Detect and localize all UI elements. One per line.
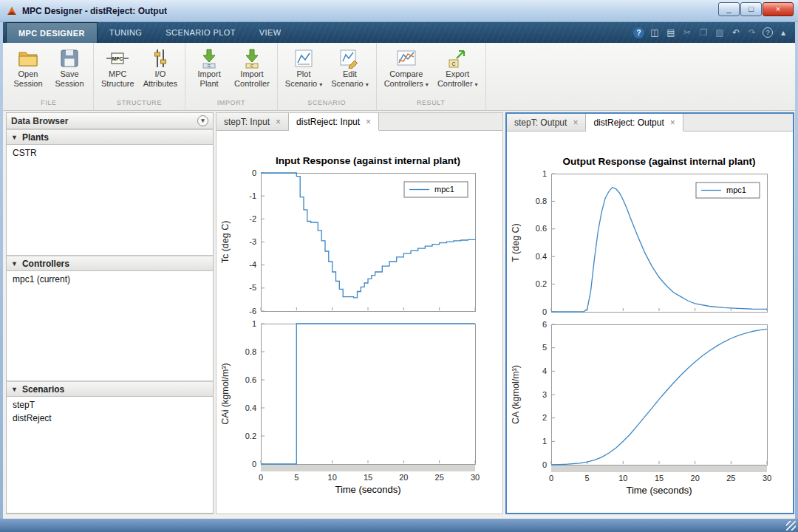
tab-distReject-input[interactable]: distReject: Input × bbox=[289, 113, 379, 131]
svg-text:T (deg C): T (deg C) bbox=[511, 223, 521, 262]
scenarios-section-header[interactable]: ▼ Scenarios bbox=[7, 381, 213, 397]
controllers-section-header[interactable]: ▼ Controllers bbox=[7, 256, 213, 271]
tab-stepT-output[interactable]: stepT: Output × bbox=[507, 114, 586, 131]
svg-text:Input Response (against intern: Input Response (against internal plant) bbox=[276, 155, 460, 166]
svg-text:20: 20 bbox=[399, 473, 408, 482]
list-item-stepT[interactable]: stepT bbox=[7, 398, 213, 412]
help-icon[interactable]: ? bbox=[763, 27, 773, 38]
svg-text:C: C bbox=[452, 61, 456, 66]
list-item-distReject[interactable]: distReject bbox=[7, 412, 213, 425]
svg-text:CA (kgmol/m³): CA (kgmol/m³) bbox=[511, 365, 521, 424]
svg-text:0.8: 0.8 bbox=[245, 347, 256, 356]
svg-text:0.2: 0.2 bbox=[245, 432, 256, 440]
svg-text:mpc1: mpc1 bbox=[434, 185, 454, 194]
tab-distReject-output[interactable]: distReject: Output × bbox=[586, 114, 683, 132]
open-session-button[interactable]: Open Session bbox=[8, 45, 48, 99]
save-icon[interactable]: ▤ bbox=[665, 27, 677, 38]
dropdown-arrow-icon: ▾ bbox=[475, 81, 478, 88]
output-doc-panel: stepT: Output × distReject: Output × Out… bbox=[505, 112, 794, 514]
svg-text:C: C bbox=[250, 64, 253, 68]
svg-text:15: 15 bbox=[655, 474, 664, 482]
ribbon-group-file: Open Session Save Session FILE bbox=[4, 43, 94, 110]
redo-icon[interactable]: ↷ bbox=[746, 27, 758, 38]
svg-text:10: 10 bbox=[618, 474, 627, 482]
svg-text:10: 10 bbox=[328, 473, 337, 482]
ribbon-tab-view[interactable]: VIEW bbox=[248, 22, 293, 43]
app-body: MPC DESIGNER TUNING SCENARIO PLOT VIEW ?… bbox=[3, 22, 795, 519]
data-browser-header: Data Browser ▾ bbox=[7, 113, 213, 129]
ribbon-tab-tuning[interactable]: TUNING bbox=[98, 22, 154, 43]
mpc-structure-icon: MPC bbox=[106, 47, 129, 69]
list-item-cstr[interactable]: CSTR bbox=[7, 146, 213, 160]
main-content: Data Browser ▾ ▼ Plants CSTR ▼ Controlle… bbox=[3, 111, 795, 519]
export-controller-icon: C bbox=[446, 47, 468, 69]
ribbon-tab-mpc-designer[interactable]: MPC DESIGNER bbox=[6, 22, 98, 43]
close-icon[interactable]: × bbox=[276, 117, 281, 127]
svg-text:1: 1 bbox=[252, 319, 256, 328]
import-plant-button[interactable]: G Import Plant bbox=[189, 45, 229, 99]
close-icon[interactable]: × bbox=[670, 117, 675, 128]
svg-text:4: 4 bbox=[542, 366, 547, 375]
list-item-mpc1[interactable]: mpc1 (current) bbox=[7, 273, 213, 286]
collapse-ribbon-icon[interactable]: ▴ bbox=[777, 27, 789, 38]
ribbon-tab-scenario-plot[interactable]: SCENARIO PLOT bbox=[154, 22, 247, 43]
dropdown-arrow-icon: ▾ bbox=[426, 81, 429, 88]
cut-icon[interactable]: ✂ bbox=[681, 27, 693, 38]
tab-stepT-input[interactable]: stepT: Input × bbox=[216, 113, 289, 130]
quick-access-toolbar: ? ◫ ▤ ✂ ❐ ▨ ↶ ↷ ? ▴ bbox=[633, 22, 795, 43]
paste-icon[interactable]: ▨ bbox=[714, 27, 726, 38]
close-icon[interactable]: × bbox=[366, 117, 371, 127]
svg-text:30: 30 bbox=[763, 474, 771, 482]
svg-text:5: 5 bbox=[294, 473, 299, 482]
minimize-button[interactable]: _ bbox=[718, 2, 740, 16]
svg-text:0: 0 bbox=[252, 168, 256, 177]
data-browser-panel: Data Browser ▾ ▼ Plants CSTR ▼ Controlle… bbox=[6, 112, 214, 514]
resize-grip[interactable] bbox=[786, 521, 796, 531]
undo-icon[interactable]: ↶ bbox=[730, 27, 742, 38]
svg-text:-1: -1 bbox=[249, 191, 256, 200]
svg-text:25: 25 bbox=[435, 473, 444, 482]
ribbon-section-label: IMPORT bbox=[189, 99, 273, 110]
ribbon-section-label: FILE bbox=[8, 99, 89, 110]
save-session-button[interactable]: Save Session bbox=[50, 45, 89, 99]
close-button[interactable]: × bbox=[763, 2, 794, 16]
plot-scenario-button[interactable]: Plot Scenario▾ bbox=[282, 45, 326, 99]
svg-text:Time (seconds): Time (seconds) bbox=[626, 485, 692, 496]
plants-section-header[interactable]: ▼ Plants bbox=[7, 129, 213, 145]
mpc-structure-button[interactable]: MPC MPC Structure bbox=[98, 45, 138, 99]
snapshot-icon[interactable]: ◫ bbox=[649, 27, 661, 38]
import-controller-button[interactable]: C Import Controller bbox=[231, 45, 273, 99]
compare-controllers-button[interactable]: Compare Controllers▾ bbox=[381, 45, 432, 99]
svg-text:5: 5 bbox=[542, 343, 547, 352]
svg-text:0: 0 bbox=[542, 460, 547, 469]
help-badge-icon[interactable]: ? bbox=[633, 27, 644, 38]
ribbon-group-import: G Import Plant C Import Controller IMPOR… bbox=[185, 43, 278, 110]
title-bar[interactable]: MPC Designer - distReject: Output _ □ × bbox=[0, 0, 798, 22]
svg-text:0.4: 0.4 bbox=[245, 403, 256, 412]
svg-text:6: 6 bbox=[542, 320, 547, 329]
copy-icon[interactable]: ❐ bbox=[698, 27, 709, 38]
svg-text:0: 0 bbox=[259, 473, 263, 482]
ribbon-section-label: RESULT bbox=[381, 99, 482, 110]
ribbon-section-label: STRUCTURE bbox=[98, 99, 181, 110]
floppy-icon bbox=[58, 47, 81, 69]
edit-scenario-button[interactable]: Edit Scenario▾ bbox=[327, 45, 372, 99]
ribbon-section-label: SCENARIO bbox=[282, 99, 372, 110]
matlab-app-icon bbox=[6, 5, 18, 17]
io-attributes-button[interactable]: I/O Attributes bbox=[140, 45, 181, 99]
maximize-button[interactable]: □ bbox=[740, 2, 762, 16]
svg-text:-2: -2 bbox=[249, 214, 256, 223]
export-controller-button[interactable]: C Export Controller▾ bbox=[434, 45, 482, 99]
svg-text:MPC: MPC bbox=[112, 56, 123, 61]
collapse-triangle-icon: ▼ bbox=[11, 386, 18, 393]
panel-menu-icon[interactable]: ▾ bbox=[197, 115, 208, 126]
svg-text:Time (seconds): Time (seconds) bbox=[335, 484, 400, 495]
svg-text:20: 20 bbox=[691, 474, 700, 482]
data-browser-title: Data Browser bbox=[11, 116, 68, 126]
close-icon[interactable]: × bbox=[573, 117, 578, 128]
svg-text:1: 1 bbox=[542, 437, 547, 446]
collapse-triangle-icon: ▼ bbox=[11, 260, 18, 267]
ribbon-group-structure: MPC MPC Structure I/O Attributes STRUCTU… bbox=[94, 43, 185, 110]
output-tab-bar: stepT: Output × distReject: Output × bbox=[507, 114, 793, 132]
input-response-chart: Input Response (against internal plant)0… bbox=[216, 131, 502, 504]
